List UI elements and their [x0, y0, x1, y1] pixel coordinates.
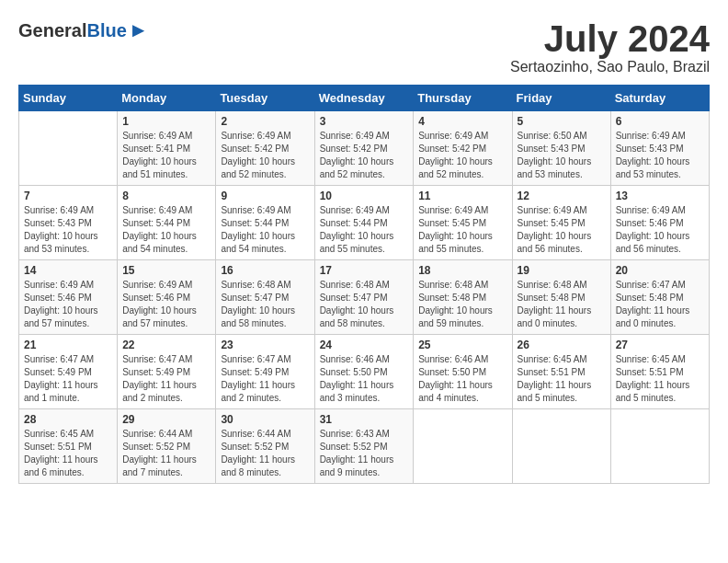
day-number: 22: [122, 339, 210, 351]
day-number: 7: [24, 190, 112, 202]
table-row: 26Sunrise: 6:45 AM Sunset: 5:51 PM Dayli…: [512, 335, 610, 409]
day-info: Sunrise: 6:49 AM Sunset: 5:45 PM Dayligh…: [518, 204, 606, 256]
day-info: Sunrise: 6:50 AM Sunset: 5:43 PM Dayligh…: [518, 130, 606, 181]
day-info: Sunrise: 6:45 AM Sunset: 5:51 PM Dayligh…: [616, 353, 704, 405]
logo-bird-icon: ►: [129, 18, 149, 42]
day-info: Sunrise: 6:49 AM Sunset: 5:42 PM Dayligh…: [320, 130, 409, 181]
day-number: 4: [418, 115, 506, 128]
day-number: 30: [221, 413, 309, 426]
table-row: 23Sunrise: 6:47 AM Sunset: 5:49 PM Dayli…: [216, 335, 314, 409]
day-info: Sunrise: 6:47 AM Sunset: 5:49 PM Dayligh…: [221, 353, 309, 405]
location-subtitle: Sertaozinho, Sao Paulo, Brazil: [510, 59, 710, 75]
table-row: 16Sunrise: 6:48 AM Sunset: 5:47 PM Dayli…: [216, 260, 314, 335]
table-row: 28Sunrise: 6:45 AM Sunset: 5:51 PM Dayli…: [19, 409, 118, 484]
table-row: 18Sunrise: 6:48 AM Sunset: 5:48 PM Dayli…: [414, 260, 512, 335]
day-info: Sunrise: 6:48 AM Sunset: 5:48 PM Dayligh…: [418, 279, 506, 330]
table-row: 3Sunrise: 6:49 AM Sunset: 5:42 PM Daylig…: [314, 111, 414, 186]
table-row: 17Sunrise: 6:48 AM Sunset: 5:47 PM Dayli…: [314, 260, 414, 335]
day-number: 6: [616, 115, 704, 128]
table-row: 12Sunrise: 6:49 AM Sunset: 5:45 PM Dayli…: [512, 186, 610, 260]
day-number: 19: [518, 264, 606, 277]
table-row: 30Sunrise: 6:44 AM Sunset: 5:52 PM Dayli…: [216, 409, 314, 484]
day-info: Sunrise: 6:47 AM Sunset: 5:49 PM Dayligh…: [122, 353, 210, 405]
week-row-4: 21Sunrise: 6:47 AM Sunset: 5:49 PM Dayli…: [19, 335, 710, 409]
day-info: Sunrise: 6:47 AM Sunset: 5:49 PM Dayligh…: [24, 353, 112, 405]
day-info: Sunrise: 6:44 AM Sunset: 5:52 PM Dayligh…: [122, 428, 210, 479]
header-monday: Monday: [118, 86, 216, 111]
table-row: 27Sunrise: 6:45 AM Sunset: 5:51 PM Dayli…: [610, 335, 709, 409]
day-number: 28: [24, 413, 112, 426]
day-info: Sunrise: 6:49 AM Sunset: 5:43 PM Dayligh…: [24, 204, 112, 256]
day-info: Sunrise: 6:49 AM Sunset: 5:42 PM Dayligh…: [221, 130, 309, 181]
day-number: 26: [518, 339, 606, 351]
table-row: 4Sunrise: 6:49 AM Sunset: 5:42 PM Daylig…: [414, 111, 512, 186]
day-info: Sunrise: 6:48 AM Sunset: 5:47 PM Dayligh…: [320, 279, 409, 330]
day-info: Sunrise: 6:48 AM Sunset: 5:47 PM Dayligh…: [221, 279, 309, 330]
week-row-2: 7Sunrise: 6:49 AM Sunset: 5:43 PM Daylig…: [19, 186, 710, 260]
logo-blue-text: Blue: [86, 20, 126, 41]
weekday-header-row: Sunday Monday Tuesday Wednesday Thursday…: [19, 86, 710, 111]
logo-general-text: General: [18, 20, 86, 41]
calendar-body: 1Sunrise: 6:49 AM Sunset: 5:41 PM Daylig…: [19, 111, 710, 484]
day-info: Sunrise: 6:49 AM Sunset: 5:46 PM Dayligh…: [616, 204, 704, 256]
day-number: 18: [418, 264, 506, 277]
table-row: 29Sunrise: 6:44 AM Sunset: 5:52 PM Dayli…: [118, 409, 216, 484]
table-row: 11Sunrise: 6:49 AM Sunset: 5:45 PM Dayli…: [414, 186, 512, 260]
header-saturday: Saturday: [610, 86, 709, 111]
day-info: Sunrise: 6:49 AM Sunset: 5:41 PM Dayligh…: [122, 130, 210, 181]
header-friday: Friday: [512, 86, 610, 111]
day-number: 13: [616, 190, 704, 202]
day-number: 3: [320, 115, 409, 128]
day-info: Sunrise: 6:49 AM Sunset: 5:46 PM Dayligh…: [24, 279, 112, 330]
day-info: Sunrise: 6:48 AM Sunset: 5:48 PM Dayligh…: [518, 279, 606, 330]
table-row: 24Sunrise: 6:46 AM Sunset: 5:50 PM Dayli…: [314, 335, 414, 409]
table-row: [512, 409, 610, 484]
page-header: General Blue ► July 2024 Sertaozinho, Sa…: [18, 18, 710, 75]
title-area: July 2024 Sertaozinho, Sao Paulo, Brazil: [510, 18, 710, 75]
table-row: [414, 409, 512, 484]
table-row: [610, 409, 709, 484]
table-row: [19, 111, 118, 186]
day-number: 16: [221, 264, 309, 277]
table-row: 6Sunrise: 6:49 AM Sunset: 5:43 PM Daylig…: [610, 111, 709, 186]
day-number: 2: [221, 115, 309, 128]
day-number: 1: [122, 115, 210, 128]
table-row: 21Sunrise: 6:47 AM Sunset: 5:49 PM Dayli…: [19, 335, 118, 409]
table-row: 20Sunrise: 6:47 AM Sunset: 5:48 PM Dayli…: [610, 260, 709, 335]
day-number: 20: [616, 264, 704, 277]
day-number: 23: [221, 339, 309, 351]
logo: General Blue ►: [18, 18, 149, 42]
day-info: Sunrise: 6:45 AM Sunset: 5:51 PM Dayligh…: [518, 353, 606, 405]
day-number: 31: [320, 413, 409, 426]
day-number: 5: [518, 115, 606, 128]
day-info: Sunrise: 6:49 AM Sunset: 5:42 PM Dayligh…: [418, 130, 506, 181]
day-number: 29: [122, 413, 210, 426]
table-row: 9Sunrise: 6:49 AM Sunset: 5:44 PM Daylig…: [216, 186, 314, 260]
day-number: 12: [518, 190, 606, 202]
day-number: 17: [320, 264, 409, 277]
day-info: Sunrise: 6:43 AM Sunset: 5:52 PM Dayligh…: [320, 428, 409, 479]
table-row: 13Sunrise: 6:49 AM Sunset: 5:46 PM Dayli…: [610, 186, 709, 260]
header-tuesday: Tuesday: [216, 86, 314, 111]
day-number: 27: [616, 339, 704, 351]
day-info: Sunrise: 6:45 AM Sunset: 5:51 PM Dayligh…: [24, 428, 112, 479]
week-row-1: 1Sunrise: 6:49 AM Sunset: 5:41 PM Daylig…: [19, 111, 710, 186]
day-number: 8: [122, 190, 210, 202]
day-number: 10: [320, 190, 409, 202]
table-row: 5Sunrise: 6:50 AM Sunset: 5:43 PM Daylig…: [512, 111, 610, 186]
day-number: 25: [418, 339, 506, 351]
table-row: 8Sunrise: 6:49 AM Sunset: 5:44 PM Daylig…: [118, 186, 216, 260]
day-info: Sunrise: 6:49 AM Sunset: 5:44 PM Dayligh…: [221, 204, 309, 256]
table-row: 22Sunrise: 6:47 AM Sunset: 5:49 PM Dayli…: [118, 335, 216, 409]
day-info: Sunrise: 6:49 AM Sunset: 5:46 PM Dayligh…: [122, 279, 210, 330]
day-number: 9: [221, 190, 309, 202]
header-wednesday: Wednesday: [314, 86, 414, 111]
day-number: 24: [320, 339, 409, 351]
day-info: Sunrise: 6:49 AM Sunset: 5:44 PM Dayligh…: [122, 204, 210, 256]
week-row-5: 28Sunrise: 6:45 AM Sunset: 5:51 PM Dayli…: [19, 409, 710, 484]
day-info: Sunrise: 6:49 AM Sunset: 5:43 PM Dayligh…: [616, 130, 704, 181]
day-number: 15: [122, 264, 210, 277]
day-number: 21: [24, 339, 112, 351]
calendar-table: Sunday Monday Tuesday Wednesday Thursday…: [18, 85, 710, 484]
table-row: 25Sunrise: 6:46 AM Sunset: 5:50 PM Dayli…: [414, 335, 512, 409]
